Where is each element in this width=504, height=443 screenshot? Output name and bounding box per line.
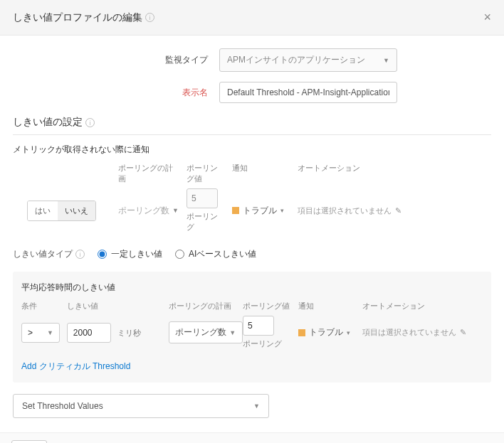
h-polling-value: ポーリング値 — [243, 301, 298, 311]
h-threshold: しきい値 — [67, 301, 169, 311]
radio-ai-label: AIベースしきい値 — [189, 248, 256, 260]
response-time-panel: 平均応答時間のしきい値 条件 しきい値 ポーリングの計画 ポーリング値 通知 オ… — [13, 272, 491, 383]
grid-headers: ポーリングの計画 ポーリング値 通知 オートメーション — [27, 163, 491, 184]
panel-polling-value-input[interactable] — [243, 316, 274, 336]
panel-status-text: トラブル — [309, 326, 343, 338]
threshold-type-radios: 一定しきい値 AIベースしきい値 — [98, 248, 256, 260]
panel-status-dropdown[interactable]: トラブル ▾ — [298, 326, 362, 338]
dialog-body: 監視タイプ APMインサイトのアプリケーション ▼ 表示名 しきい値の設定 i … — [0, 36, 504, 432]
chevron-down-icon: ▾ — [347, 329, 350, 336]
threshold-unit: ミリ秒 — [117, 329, 141, 337]
radio-fixed-label: 一定しきい値 — [111, 248, 162, 260]
add-critical-link[interactable]: Add クリティカル Threshold — [21, 361, 130, 373]
threshold-cell: ミリ秒 — [67, 323, 169, 343]
monitor-type-row: 監視タイプ APMインサイトのアプリケーション ▼ — [13, 48, 491, 72]
panel-title: 平均応答時間のしきい値 — [21, 282, 483, 294]
toggle-yes[interactable]: はい — [28, 201, 58, 220]
automation-text: 項目は選択されていません — [298, 206, 392, 215]
threshold-type-text: しきい値タイプ — [13, 248, 73, 260]
dialog-header: しきい値プロファイルの編集 i × — [0, 0, 504, 36]
radio-fixed[interactable]: 一定しきい値 — [98, 248, 162, 260]
col-polling-value: ポーリング値 — [187, 163, 232, 184]
polling-value-cell: ポーリング — [187, 188, 232, 233]
status-color-icon — [298, 329, 305, 336]
chevron-down-icon: ▼ — [47, 329, 53, 336]
chevron-down-icon: ▾ — [280, 207, 284, 214]
threshold-type-row: しきい値タイプ i 一定しきい値 AIベースしきい値 — [13, 248, 491, 260]
h-polling-plan: ポーリングの計画 — [169, 301, 243, 311]
h-condition: 条件 — [21, 301, 67, 311]
panel-automation-cell: 項目は選択されていません ✎ — [362, 327, 483, 338]
set-threshold-text: Set Threshold Values — [22, 401, 103, 411]
col-automation: オートメーション — [298, 163, 416, 184]
status-dropdown[interactable]: トラブル ▾ — [232, 205, 290, 217]
threshold-input[interactable] — [67, 323, 111, 343]
chevron-down-icon: ▼ — [172, 207, 179, 214]
h-notification: 通知 — [298, 301, 362, 311]
display-name-input[interactable] — [219, 82, 397, 103]
notify-row: はい いいえ ポーリング数 ▼ ポーリング トラブル ▾ 項目は選択されていませ… — [27, 188, 491, 233]
status-text: トラブル — [243, 205, 277, 217]
col-polling-plan: ポーリングの計画 — [118, 163, 187, 184]
polling-plan-text: ポーリング数 — [118, 205, 169, 217]
panel-status-cell: トラブル ▾ — [298, 326, 362, 338]
info-icon[interactable]: i — [145, 13, 154, 22]
panel-polling-plan-dropdown[interactable]: ポーリング数 ▼ — [169, 321, 243, 343]
monitor-type-select[interactable]: APMインサイトのアプリケーション ▼ — [219, 48, 397, 72]
chevron-down-icon: ▼ — [253, 402, 260, 410]
edit-icon[interactable]: ✎ — [395, 206, 401, 215]
set-threshold-dropdown[interactable]: Set Threshold Values ▼ — [13, 394, 269, 418]
panel-polling-unit: ポーリング — [243, 338, 298, 349]
yes-no-toggle[interactable]: はい いいえ — [27, 201, 96, 221]
radio-fixed-input[interactable] — [98, 250, 107, 259]
save-button[interactable]: 保存 — [11, 440, 47, 443]
close-button[interactable]: × — [483, 10, 491, 25]
radio-ai-input[interactable] — [175, 250, 184, 259]
col-empty — [27, 163, 118, 184]
title-text: しきい値プロファイルの編集 — [13, 11, 142, 24]
monitor-type-value: APMインサイトのアプリケーション — [227, 54, 365, 66]
condition-value: > — [28, 328, 33, 338]
panel-automation-text: 項目は選択されていません — [362, 328, 456, 336]
panel-headers: 条件 しきい値 ポーリングの計画 ポーリング値 通知 オートメーション — [21, 301, 483, 311]
chevron-down-icon: ▼ — [383, 57, 389, 64]
panel-polling-plan-text: ポーリング数 — [175, 326, 226, 338]
dialog-footer: 保存 — [0, 432, 504, 443]
threshold-settings-title: しきい値の設定 i — [13, 116, 491, 129]
chevron-down-icon: ▼ — [229, 329, 236, 336]
polling-plan-dropdown[interactable]: ポーリング数 ▼ — [118, 205, 179, 217]
automation-cell: 項目は選択されていません ✎ — [298, 206, 416, 216]
panel-row: > ▼ ミリ秒 ポーリング数 ▼ ポーリング — [21, 316, 483, 349]
panel-polling-plan-cell: ポーリング数 ▼ — [169, 321, 243, 343]
info-icon[interactable]: i — [75, 250, 85, 259]
display-name-row: 表示名 — [13, 82, 491, 103]
edit-icon[interactable]: ✎ — [460, 328, 466, 336]
divider — [13, 134, 491, 135]
condition-cell: > ▼ — [21, 323, 67, 343]
threshold-type-label: しきい値タイプ i — [13, 248, 85, 260]
status-cell: トラブル ▾ — [232, 205, 298, 217]
toggle-cell: はい いいえ — [27, 201, 118, 221]
polling-plan-cell: ポーリング数 ▼ — [118, 205, 187, 217]
h-automation: オートメーション — [362, 301, 483, 311]
polling-unit: ポーリング — [187, 211, 225, 233]
display-name-label: 表示名 — [13, 87, 219, 99]
monitor-type-label: 監視タイプ — [13, 54, 219, 66]
panel-polling-value-cell: ポーリング — [243, 316, 298, 349]
col-notification: 通知 — [232, 163, 298, 184]
dialog-title: しきい値プロファイルの編集 i — [13, 11, 154, 24]
condition-select[interactable]: > ▼ — [21, 323, 60, 343]
status-color-icon — [232, 207, 239, 214]
threshold-settings-text: しきい値の設定 — [13, 116, 83, 129]
polling-value-input[interactable] — [187, 188, 218, 208]
info-icon[interactable]: i — [85, 118, 95, 127]
notify-label: メトリックが取得されない際に通知 — [13, 144, 491, 156]
radio-ai[interactable]: AIベースしきい値 — [175, 248, 256, 260]
toggle-no[interactable]: いいえ — [58, 201, 95, 220]
